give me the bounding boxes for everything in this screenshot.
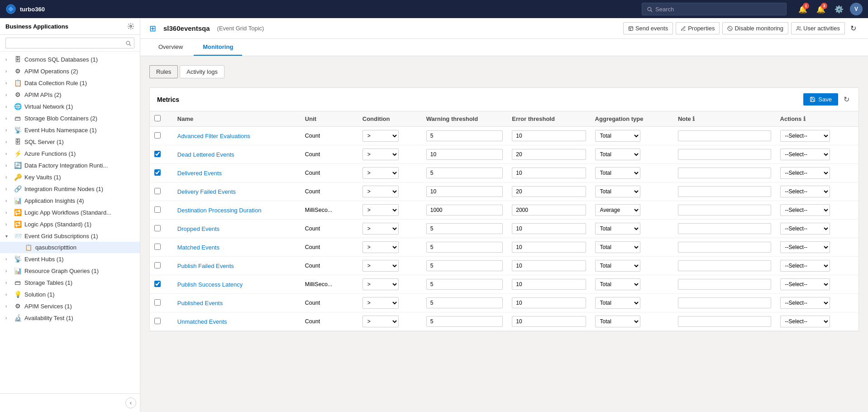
sidebar-item-apim-services[interactable]: ›⚙APIM Services (1) (0, 300, 140, 312)
error-threshold-destination-processing[interactable] (512, 205, 586, 216)
metric-name-unmatched-events[interactable]: Unmatched Events (177, 318, 227, 325)
action-select-published-events[interactable]: --Select--EmailSMSWebhook (780, 297, 830, 309)
aggregation-select-dead-lettered[interactable]: TotalAverageMinimumMaximumCount (595, 149, 640, 160)
warning-threshold-published-events[interactable] (426, 297, 503, 308)
note-input-published-events[interactable] (678, 297, 771, 308)
condition-select-dropped-events[interactable]: ><>=<== (362, 223, 399, 235)
notifications-bell-icon[interactable]: 🔔 1 (796, 2, 810, 16)
metric-name-dead-lettered[interactable]: Dead Lettered Events (177, 151, 234, 158)
row-checkbox-published-events[interactable] (154, 299, 161, 306)
disable-monitoring-button[interactable]: Disable monitoring (722, 22, 788, 34)
row-checkbox-delivery-failed[interactable] (154, 188, 161, 194)
aggregation-select-dropped-events[interactable]: TotalAverageMinimumMaximumCount (595, 223, 640, 235)
settings-icon[interactable]: ⚙️ (832, 2, 846, 16)
metric-name-publish-failed[interactable]: Publish Failed Events (177, 263, 234, 269)
sidebar-item-storage-tables[interactable]: ›🗃Storage Tables (1) (0, 277, 140, 288)
aggregation-select-unmatched-events[interactable]: TotalAverageMinimumMaximumCount (595, 316, 640, 327)
sidebar-item-storage-blob[interactable]: ›🗃Storage Blob Containers (2) (0, 112, 140, 124)
error-threshold-advanced-filter[interactable] (512, 130, 586, 141)
sidebar-item-qasubscription[interactable]: 📋qasubscriptttion (0, 242, 140, 253)
metrics-refresh-button[interactable]: ↻ (842, 93, 851, 105)
warning-threshold-unmatched-events[interactable] (426, 316, 503, 327)
tab-monitoring[interactable]: Monitoring (194, 39, 242, 56)
warning-threshold-destination-processing[interactable] (426, 205, 503, 216)
aggregation-select-publish-failed[interactable]: TotalAverageMinimumMaximumCount (595, 260, 640, 272)
sidebar-item-data-factory[interactable]: ›🔄Data Factory Integration Runti... (0, 159, 140, 171)
save-button[interactable]: Save (803, 93, 838, 105)
note-input-dropped-events[interactable] (678, 223, 771, 234)
condition-select-published-events[interactable]: ><>=<== (362, 297, 399, 309)
send-events-button[interactable]: Send events (623, 22, 673, 34)
metric-name-destination-processing[interactable]: Destination Processing Duration (177, 207, 262, 214)
sidebar-item-sql-server[interactable]: ›🗄SQL Server (1) (0, 136, 140, 148)
sidebar-item-logic-apps-std[interactable]: ›🔁Logic Apps (Standard) (1) (0, 218, 140, 230)
aggregation-select-published-events[interactable]: TotalAverageMinimumMaximumCount (595, 297, 640, 309)
subtab-rules[interactable]: Rules (149, 65, 178, 78)
note-input-matched-events[interactable] (678, 242, 771, 253)
sidebar-item-data-collection[interactable]: ›📋Data Collection Rule (1) (0, 77, 140, 89)
sidebar-item-event-grid-subs[interactable]: ▾📨Event Grid Subscriptions (1) (0, 230, 140, 242)
metric-name-published-events[interactable]: Published Events (177, 300, 223, 307)
note-input-publish-success-latency[interactable] (678, 279, 771, 290)
action-select-dead-lettered[interactable]: --Select--EmailSMSWebhook (780, 149, 830, 160)
subtab-activity-logs[interactable]: Activity logs (180, 65, 224, 78)
error-threshold-publish-failed[interactable] (512, 260, 586, 271)
metric-name-delivered-events[interactable]: Delivered Events (177, 170, 222, 177)
condition-select-publish-failed[interactable]: ><>=<== (362, 260, 399, 272)
row-checkbox-dropped-events[interactable] (154, 225, 161, 231)
action-select-matched-events[interactable]: --Select--EmailSMSWebhook (780, 241, 830, 253)
warning-threshold-dead-lettered[interactable] (426, 149, 503, 160)
action-select-publish-success-latency[interactable]: --Select--EmailSMSWebhook (780, 278, 830, 290)
row-checkbox-dead-lettered[interactable] (154, 151, 161, 157)
warning-threshold-matched-events[interactable] (426, 242, 503, 253)
user-avatar[interactable]: V (850, 3, 863, 15)
condition-select-matched-events[interactable]: ><>=<== (362, 241, 399, 253)
row-checkbox-advanced-filter[interactable] (154, 132, 161, 139)
note-input-dead-lettered[interactable] (678, 149, 771, 160)
sidebar-item-event-hubs-ns[interactable]: ›📡Event Hubs Namespace (1) (0, 124, 140, 136)
sidebar-settings-icon[interactable] (127, 23, 134, 30)
condition-select-dead-lettered[interactable]: ><>=<== (362, 149, 399, 160)
error-threshold-published-events[interactable] (512, 297, 586, 308)
warning-threshold-publish-success-latency[interactable] (426, 279, 503, 290)
sidebar-item-integration-runtime[interactable]: ›🔗Integration Runtime Nodes (1) (0, 183, 140, 195)
metric-name-advanced-filter[interactable]: Advanced Filter Evaluations (177, 133, 250, 139)
error-threshold-publish-success-latency[interactable] (512, 279, 586, 290)
metric-name-dropped-events[interactable]: Dropped Events (177, 225, 219, 232)
error-threshold-matched-events[interactable] (512, 242, 586, 253)
aggregation-select-matched-events[interactable]: TotalAverageMinimumMaximumCount (595, 241, 640, 253)
sidebar-collapse-button[interactable]: ‹ (125, 398, 136, 408)
sidebar-item-cosmos-sql[interactable]: ›🗄Cosmos SQL Databases (1) (0, 53, 140, 65)
sidebar-item-availability-test[interactable]: ›🔬Availability Test (1) (0, 312, 140, 324)
metric-name-publish-success-latency[interactable]: Publish Success Latency (177, 281, 243, 288)
note-input-unmatched-events[interactable] (678, 316, 771, 327)
sidebar-item-apim-apis[interactable]: ›⚙APIM APIs (2) (0, 89, 140, 101)
warning-threshold-advanced-filter[interactable] (426, 130, 503, 141)
row-checkbox-matched-events[interactable] (154, 244, 161, 250)
aggregation-select-delivery-failed[interactable]: TotalAverageMinimumMaximumCount (595, 186, 640, 197)
note-input-delivered-events[interactable] (678, 168, 771, 178)
select-all-checkbox[interactable] (154, 115, 161, 121)
warning-threshold-delivery-failed[interactable] (426, 186, 503, 197)
condition-select-delivered-events[interactable]: ><>=<== (362, 167, 399, 179)
row-checkbox-publish-failed[interactable] (154, 262, 161, 268)
row-checkbox-delivered-events[interactable] (154, 169, 161, 176)
warning-threshold-delivered-events[interactable] (426, 168, 503, 178)
sidebar-item-virtual-network[interactable]: ›🌐Virtual Network (1) (0, 101, 140, 112)
metric-name-delivery-failed[interactable]: Delivery Failed Events (177, 188, 236, 195)
row-checkbox-unmatched-events[interactable] (154, 318, 161, 324)
condition-select-publish-success-latency[interactable]: ><>=<== (362, 278, 399, 290)
note-input-advanced-filter[interactable] (678, 130, 771, 141)
sidebar-search-input[interactable] (5, 38, 134, 48)
action-select-dropped-events[interactable]: --Select--EmailSMSWebhook (780, 223, 830, 235)
action-select-delivery-failed[interactable]: --Select--EmailSMSWebhook (780, 186, 830, 197)
action-select-delivered-events[interactable]: --Select--EmailSMSWebhook (780, 167, 830, 179)
error-threshold-dead-lettered[interactable] (512, 149, 586, 160)
sidebar-item-solution[interactable]: ›💡Solution (1) (0, 288, 140, 300)
condition-select-unmatched-events[interactable]: ><>=<== (362, 316, 399, 327)
user-activities-button[interactable]: User activities (791, 22, 845, 34)
warning-threshold-publish-failed[interactable] (426, 260, 503, 271)
action-select-unmatched-events[interactable]: --Select--EmailSMSWebhook (780, 316, 830, 327)
sidebar-item-resource-graph[interactable]: ›📊Resource Graph Queries (1) (0, 265, 140, 277)
aggregation-select-destination-processing[interactable]: TotalAverageMinimumMaximumCount (595, 204, 640, 216)
